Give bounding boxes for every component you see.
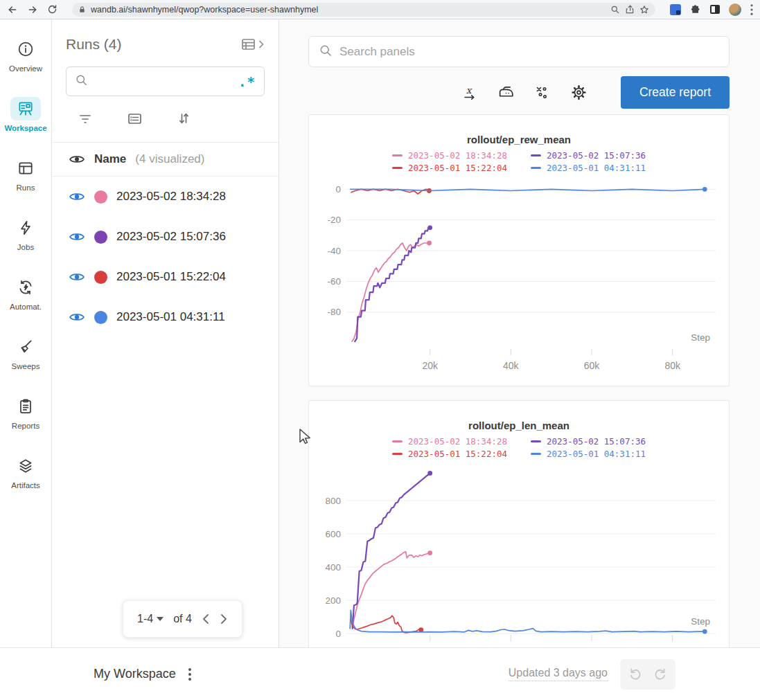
forward-icon[interactable] <box>27 4 38 15</box>
sidebar-item-workspace[interactable]: Workspace <box>0 84 51 144</box>
lock-icon <box>78 6 86 14</box>
svg-text:400: 400 <box>325 562 341 573</box>
legend-dash <box>392 154 403 156</box>
svg-text:800: 800 <box>325 496 341 506</box>
sidebar-item-jobs[interactable]: Jobs <box>0 204 51 263</box>
sidebar-item-artifacts[interactable]: Artifacts <box>0 442 51 501</box>
run-visibility-eye-icon[interactable] <box>69 191 85 202</box>
share-icon[interactable] <box>625 5 635 15</box>
svg-text:-60: -60 <box>327 276 341 287</box>
run-row[interactable]: 2023-05-01 04:31:11 <box>52 297 279 337</box>
panel-ep-len-mean[interactable]: rollout/ep_len_mean 2023-05-02 18:34:28 … <box>308 400 730 647</box>
run-name[interactable]: 2023-05-02 15:07:36 <box>116 230 226 244</box>
legend-item[interactable]: 2023-05-01 04:31:11 <box>531 449 646 459</box>
line-chart[interactable]: 0200400600800Step <box>309 460 729 642</box>
run-color-dot <box>94 311 107 324</box>
chevron-right-icon <box>258 39 265 49</box>
prev-page-button[interactable] <box>202 613 210 625</box>
run-visibility-eye-icon[interactable] <box>69 271 85 282</box>
legend-dash <box>531 453 541 455</box>
legend-item[interactable]: 2023-05-01 15:22:04 <box>392 449 507 459</box>
clipboard-icon <box>10 395 41 418</box>
left-nav: Overview Workspace Runs Jobs Aut <box>0 19 52 647</box>
page: wandb.ai/shawnhymel/qwop?workspace=user-… <box>0 0 760 700</box>
chart-title: rollout/ep_rew_mean <box>309 134 729 145</box>
run-color-dot <box>94 190 107 204</box>
run-visibility-eye-icon[interactable] <box>69 231 85 242</box>
svg-text:x: x <box>466 85 472 96</box>
search-icon <box>319 44 333 60</box>
zoom-icon[interactable] <box>610 5 620 15</box>
run-row[interactable]: 2023-05-02 18:34:28 <box>52 177 279 217</box>
browser-menu-icon[interactable] <box>750 4 753 15</box>
legend-dash <box>392 453 403 455</box>
panel-search-box[interactable] <box>308 36 730 67</box>
regex-icon[interactable]: .* <box>238 78 256 85</box>
reload-icon[interactable] <box>47 4 58 15</box>
group-list-icon[interactable] <box>126 110 143 129</box>
layers-icon <box>10 454 41 478</box>
back-icon[interactable] <box>7 4 18 15</box>
run-row[interactable]: 2023-05-02 15:07:36 <box>52 217 279 257</box>
legend-item[interactable]: 2023-05-02 18:34:28 <box>392 436 507 447</box>
sidebar-item-reports[interactable]: Reports <box>0 382 51 442</box>
sidebar-item-runs[interactable]: Runs <box>0 144 51 204</box>
runs-search-input[interactable] <box>94 75 232 88</box>
settings-gear-icon[interactable] <box>570 84 587 101</box>
runs-list-header[interactable]: Name (4 visualized) <box>52 142 279 177</box>
chart-title: rollout/ep_len_mean <box>309 420 729 431</box>
legend-item[interactable]: 2023-05-01 15:22:04 <box>392 163 507 173</box>
workspace-footer: My Workspace Updated 3 days ago <box>0 647 760 700</box>
sidebar-item-automations[interactable]: Automat. <box>0 263 51 323</box>
legend-item[interactable]: 2023-05-02 15:07:36 <box>531 150 646 161</box>
address-bar[interactable]: wandb.ai/shawnhymel/qwop?workspace=user-… <box>72 3 655 17</box>
search-icon <box>75 73 88 89</box>
bookmark-star-icon[interactable] <box>639 5 649 15</box>
run-name[interactable]: 2023-05-02 18:34:28 <box>116 190 226 204</box>
create-report-button[interactable]: Create report <box>621 76 730 109</box>
outliers-icon[interactable] <box>534 84 551 101</box>
legend-dash <box>531 167 541 169</box>
runs-panel-title: Runs (4) <box>66 36 122 53</box>
panel-gutter <box>279 19 307 647</box>
undo-redo-group <box>620 659 675 690</box>
runs-table-view-button[interactable] <box>240 36 265 53</box>
filter-icon[interactable] <box>77 110 94 129</box>
visualized-count: (4 visualized) <box>135 152 204 166</box>
legend-dash <box>392 167 403 169</box>
undo-icon[interactable] <box>627 665 642 683</box>
svg-text:200: 200 <box>325 595 341 606</box>
svg-text:-40: -40 <box>327 246 341 256</box>
legend-item[interactable]: 2023-05-01 04:31:11 <box>531 163 646 173</box>
panel-ep-rew-mean[interactable]: rollout/ep_rew_mean 2023-05-02 18:34:28 … <box>308 114 730 386</box>
workspace-name: My Workspace <box>94 667 176 681</box>
runs-search-box[interactable]: .* <box>66 66 265 96</box>
next-page-button[interactable] <box>220 613 228 625</box>
smoothing-iron-icon[interactable] <box>497 84 515 101</box>
sidebar-item-sweeps[interactable]: Sweeps <box>0 323 51 382</box>
updated-timestamp[interactable]: Updated 3 days ago <box>509 667 608 681</box>
sidebar-item-overview[interactable]: Overview <box>0 25 51 84</box>
svg-text:Step: Step <box>691 616 710 627</box>
line-chart[interactable]: 0-20-40-60-8020k40k60k80kStep <box>309 174 729 381</box>
profile-avatar[interactable] <box>729 3 741 16</box>
lightning-icon <box>10 216 41 240</box>
run-name[interactable]: 2023-05-01 15:22:04 <box>116 270 226 284</box>
redo-icon[interactable] <box>653 665 669 683</box>
run-name[interactable]: 2023-05-01 04:31:11 <box>116 310 225 324</box>
page-range-dropdown[interactable]: 1-4 <box>137 613 164 625</box>
run-visibility-eye-icon[interactable] <box>69 312 85 323</box>
workspace-menu-icon[interactable] <box>188 668 191 681</box>
panel-search-input[interactable] <box>339 45 719 59</box>
legend-item[interactable]: 2023-05-02 18:34:28 <box>392 150 507 161</box>
legend-dash <box>392 440 403 442</box>
theme-toggle-icon[interactable] <box>710 5 720 14</box>
eye-icon[interactable] <box>69 154 85 165</box>
legend-item[interactable]: 2023-05-02 15:07:36 <box>531 436 646 447</box>
svg-text:60k: 60k <box>584 360 601 371</box>
run-row[interactable]: 2023-05-01 15:22:04 <box>52 257 279 297</box>
sort-icon[interactable] <box>175 110 192 129</box>
extensions-puzzle-icon[interactable] <box>690 4 701 15</box>
x-axis-icon[interactable]: x <box>461 84 478 101</box>
extension-blue-icon[interactable] <box>670 4 681 15</box>
